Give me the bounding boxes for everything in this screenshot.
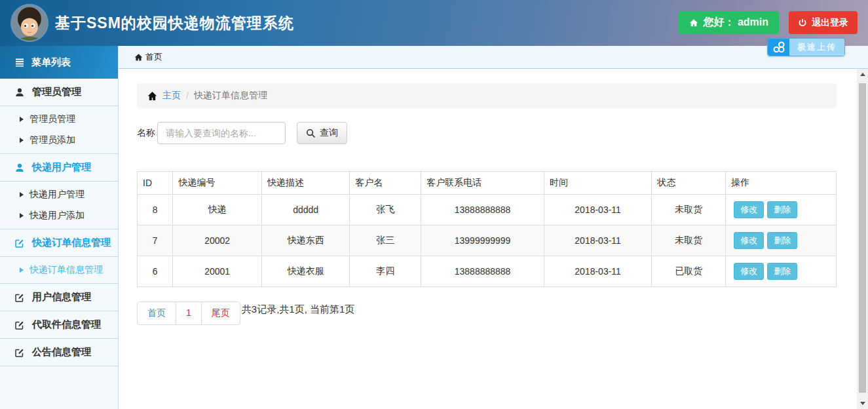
cell-id: 7: [138, 225, 173, 256]
caret-right-icon: [20, 117, 24, 122]
delete-button[interactable]: 删除: [767, 232, 797, 249]
column-header-code: 快递编号: [173, 172, 262, 195]
cell-code: 20001: [173, 256, 262, 287]
list-icon: [14, 57, 25, 68]
cell-phone: 13888888888: [421, 256, 544, 287]
cell-actions: 修改删除: [726, 225, 837, 256]
home-icon: [134, 53, 143, 62]
search-input[interactable]: [157, 122, 286, 144]
cell-phone: 13888888888: [421, 195, 544, 225]
caret-right-icon: [20, 138, 24, 143]
cloud-upload-widget[interactable]: 极速上传: [767, 38, 845, 56]
sidebar-item-label: 管理员管理: [32, 86, 81, 98]
orders-table: ID 快递编号 快递描述 客户名 客户联系电话 时间 状态 操作 8: [137, 171, 837, 287]
sidebar-subitem-label: 快递订单信息管理: [29, 264, 103, 276]
topbar-home-label[interactable]: 首页: [145, 51, 162, 63]
greeting-label: 您好： admin: [703, 16, 768, 29]
sidebar: 菜单列表 管理员管理 管理员管理 管理员添加 快递用户管理: [0, 46, 119, 409]
column-header-actions: 操作: [726, 172, 837, 195]
page-title: 基于SSM的校园快递物流管理系统: [55, 13, 294, 33]
sidebar-item-label: 快递订单信息管理: [32, 237, 111, 249]
sidebar-subitem-courier-user-add[interactable]: 快递用户添加: [0, 205, 118, 226]
caret-right-icon: [20, 192, 24, 197]
avatar: [12, 5, 47, 41]
search-label: 名称: [137, 127, 155, 139]
cell-customer: 张三: [350, 225, 421, 256]
sidebar-item-admin-management[interactable]: 管理员管理: [0, 79, 118, 106]
cell-status: 已取货: [652, 256, 726, 287]
power-icon: [798, 18, 807, 28]
scrollbar-thumb[interactable]: [859, 83, 866, 393]
sidebar-item-courier-user-management[interactable]: 快递用户管理: [0, 154, 118, 182]
sidebar-item-label: 用户信息管理: [32, 291, 91, 303]
breadcrumb: 主页 / 快递订单信息管理: [137, 83, 837, 108]
scroll-up-button[interactable]: [857, 69, 868, 80]
cloud-share-icon: [768, 39, 789, 56]
edit-icon: [14, 320, 25, 330]
edit-icon: [14, 238, 25, 248]
app-header: 基于SSM的校园快递物流管理系统 您好： admin 退出登录: [0, 0, 868, 46]
sidebar-subgroup-courier-user: 快递用户管理 快递用户添加: [0, 182, 118, 229]
cell-desc: 快递东西: [261, 225, 349, 256]
sidebar-item-label: 代取件信息管理: [32, 319, 101, 331]
pagination-summary: 共3记录,共1页, 当前第1页: [242, 303, 355, 316]
logout-button[interactable]: 退出登录: [789, 11, 858, 34]
cloud-upload-label: 极速上传: [789, 39, 844, 56]
page-last-button[interactable]: 尾页: [201, 302, 240, 324]
cell-desc: 快递衣服: [261, 256, 349, 287]
edit-button[interactable]: 修改: [734, 201, 764, 218]
pagination-row: 首页 1 尾页 共3记录,共1页, 当前第1页: [137, 302, 837, 325]
cell-actions: 修改删除: [726, 256, 837, 287]
arrow-up-icon: [860, 73, 865, 76]
page-first-button[interactable]: 首页: [138, 302, 176, 324]
sidebar-item-user-info-management[interactable]: 用户信息管理: [0, 284, 118, 311]
delete-button[interactable]: 删除: [767, 263, 797, 280]
cell-desc: ddddd: [261, 195, 349, 225]
table-row: 6 20001 快递衣服 李四 13888888888 2018-03-11 已…: [138, 256, 837, 287]
header-actions: 您好： admin 退出登录: [679, 11, 858, 34]
cell-time: 2018-03-11: [544, 195, 651, 225]
home-icon: [147, 91, 157, 101]
cell-customer: 李四: [350, 256, 421, 287]
sidebar-header-label: 菜单列表: [31, 56, 71, 69]
search-button-label: 查询: [320, 127, 338, 139]
delete-button[interactable]: 删除: [767, 201, 797, 218]
sidebar-subitem-label: 快递用户管理: [29, 189, 85, 201]
cell-id: 6: [138, 256, 173, 287]
sidebar-subitem-courier-user-manage[interactable]: 快递用户管理: [0, 184, 118, 205]
arrow-down-icon: [860, 402, 865, 405]
page-current[interactable]: 1: [176, 302, 201, 324]
sidebar-subgroup-order-info: 快递订单信息管理: [0, 257, 118, 284]
sidebar-subitem-order-info-manage[interactable]: 快递订单信息管理: [0, 260, 118, 281]
user-icon: [14, 163, 25, 173]
edit-button[interactable]: 修改: [734, 263, 764, 280]
scroll-down-button[interactable]: [857, 398, 868, 409]
avatar-image: [12, 5, 47, 41]
main-area: 首页 主页 / 快递订单信息管理 名称 查询: [119, 46, 868, 409]
pagination: 首页 1 尾页: [137, 302, 240, 325]
caret-right-icon: [20, 267, 24, 273]
search-button[interactable]: 查询: [297, 122, 347, 144]
cell-code: 20002: [173, 225, 262, 256]
table-row: 7 20002 快递东西 张三 13999999999 2018-03-11 未…: [138, 225, 837, 256]
column-header-time: 时间: [544, 172, 651, 195]
table-row: 8 快递 ddddd 张飞 13888888888 2018-03-11 未取货…: [138, 195, 837, 225]
main-topbar: 首页: [119, 46, 868, 69]
content-panel: 主页 / 快递订单信息管理 名称 查询: [119, 69, 868, 325]
vertical-scrollbar[interactable]: [857, 69, 868, 409]
search-icon: [306, 128, 316, 138]
sidebar-item-order-info-management[interactable]: 快递订单信息管理: [0, 229, 118, 257]
sidebar-item-notice-info-management[interactable]: 公告信息管理: [0, 339, 118, 366]
edit-button[interactable]: 修改: [734, 232, 764, 249]
column-header-phone: 客户联系电话: [421, 172, 544, 195]
sidebar-subitem-admin-manage[interactable]: 管理员管理: [0, 109, 118, 130]
cell-time: 2018-03-11: [544, 225, 651, 256]
user-icon: [14, 87, 25, 98]
breadcrumb-home-link[interactable]: 主页: [162, 90, 181, 102]
sidebar-item-label: 快递用户管理: [32, 161, 91, 174]
sidebar-subitem-label: 快递用户添加: [29, 210, 85, 222]
sidebar-item-pickup-info-management[interactable]: 代取件信息管理: [0, 311, 118, 339]
sidebar-subitem-admin-add[interactable]: 管理员添加: [0, 130, 118, 151]
greeting-button[interactable]: 您好： admin: [679, 11, 779, 34]
column-header-customer: 客户名: [350, 172, 421, 195]
